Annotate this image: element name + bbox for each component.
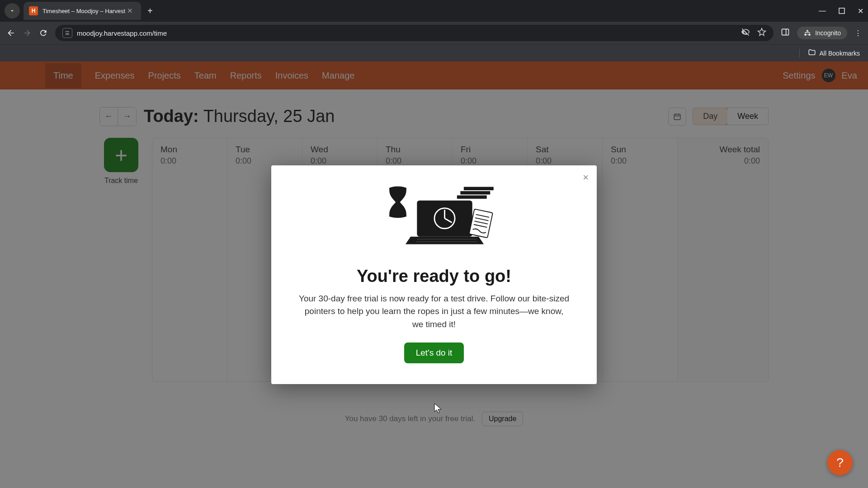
modal-close-button[interactable]: × xyxy=(583,172,589,183)
svg-point-8 xyxy=(389,214,406,218)
window-close-button[interactable]: ✕ xyxy=(858,7,863,15)
modal-cta-button[interactable]: Let's do it xyxy=(404,343,464,363)
tab-title: Timesheet – Moodjoy – Harvest xyxy=(42,8,125,14)
modal-body: Your 30-day free trial is now ready for … xyxy=(298,292,570,331)
svg-rect-18 xyxy=(464,187,494,190)
incognito-indicator[interactable]: Incognito xyxy=(797,27,847,39)
incognito-label: Incognito xyxy=(815,29,841,37)
browser-back-button[interactable] xyxy=(6,28,15,38)
bookmark-star-button[interactable] xyxy=(757,28,766,38)
chevron-down-icon xyxy=(9,8,15,14)
browser-viewport: Time Expenses Projects Team Reports Invo… xyxy=(0,61,868,488)
window-controls: — ✕ xyxy=(819,7,863,15)
tab-search-button[interactable] xyxy=(5,3,20,19)
browser-titlebar: H Timesheet – Moodjoy – Harvest ✕ + — ✕ xyxy=(0,0,868,22)
window-maximize-button[interactable] xyxy=(839,8,845,14)
site-info-button[interactable]: ☰ xyxy=(62,28,72,38)
browser-reload-button[interactable] xyxy=(39,28,48,38)
incognito-icon xyxy=(803,29,811,37)
new-tab-button[interactable]: + xyxy=(147,6,153,16)
window-minimize-button[interactable]: — xyxy=(819,7,826,15)
question-icon: ? xyxy=(836,455,844,470)
svg-rect-19 xyxy=(460,191,490,195)
address-bar-url: moodjoy.harvestapp.com/time xyxy=(77,29,167,37)
all-bookmarks-button[interactable]: All Bookmarks xyxy=(820,50,860,57)
svg-rect-1 xyxy=(782,29,789,35)
tab-close-button[interactable]: ✕ xyxy=(125,6,135,16)
browser-menu-button[interactable]: ⋮ xyxy=(854,29,862,38)
modal-title: You're ready to go! xyxy=(298,267,570,286)
help-fab[interactable]: ? xyxy=(827,450,853,475)
tune-icon: ☰ xyxy=(65,30,70,36)
address-bar[interactable]: ☰ moodjoy.harvestapp.com/time xyxy=(55,25,774,41)
modal-scrim[interactable]: × xyxy=(0,61,868,488)
browser-tab[interactable]: H Timesheet – Moodjoy – Harvest ✕ xyxy=(24,2,141,20)
eye-off-icon[interactable] xyxy=(741,28,750,38)
svg-rect-0 xyxy=(839,8,844,14)
browser-toolbar: ☰ moodjoy.harvestapp.com/time Incognito … xyxy=(0,22,868,44)
laptop-hourglass-icon xyxy=(362,183,506,256)
svg-rect-20 xyxy=(457,195,487,199)
bookmarks-bar: All Bookmarks xyxy=(0,44,868,61)
browser-forward-button[interactable] xyxy=(23,28,32,38)
folder-icon xyxy=(808,48,816,58)
divider xyxy=(799,49,800,58)
svg-rect-13 xyxy=(469,209,493,238)
svg-point-7 xyxy=(389,186,406,190)
onboarding-illustration xyxy=(298,183,570,256)
side-panel-button[interactable] xyxy=(781,28,790,38)
onboarding-modal: × xyxy=(271,165,597,385)
favicon-icon: H xyxy=(29,6,38,15)
